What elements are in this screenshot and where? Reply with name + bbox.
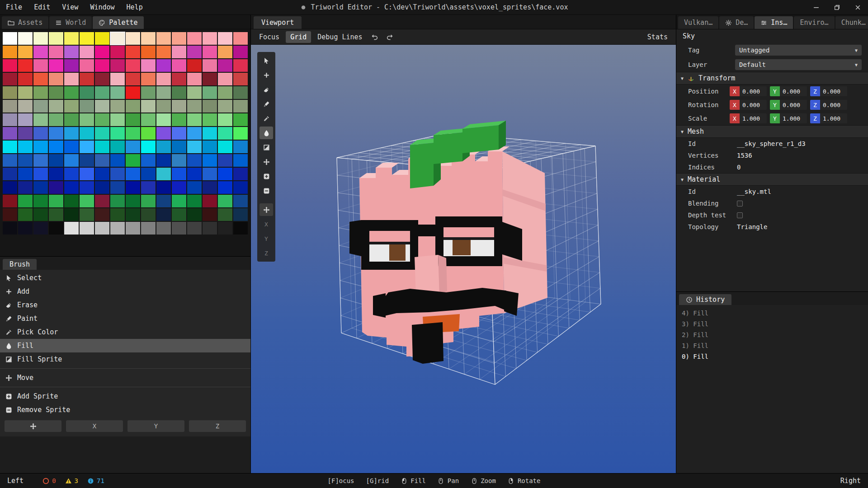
palette-swatch[interactable]	[33, 100, 48, 113]
palette-swatch[interactable]	[172, 32, 186, 45]
palette-swatch[interactable]	[126, 32, 140, 45]
palette-swatch[interactable]	[95, 154, 109, 167]
palette-swatch[interactable]	[3, 208, 17, 221]
palette-swatch[interactable]	[218, 86, 232, 99]
palette-swatch[interactable]	[233, 113, 248, 126]
palette-swatch[interactable]	[64, 222, 79, 235]
tab-enviro[interactable]: Enviro…	[794, 16, 834, 29]
palette-swatch[interactable]	[172, 154, 186, 167]
minimize-button[interactable]	[806, 0, 826, 14]
tab-vulkan[interactable]: Vulkan…	[678, 16, 718, 29]
palette-swatch[interactable]	[233, 100, 248, 113]
palette-swatch[interactable]	[33, 154, 48, 167]
palette-swatch[interactable]	[233, 59, 248, 72]
palette-swatch[interactable]	[187, 168, 202, 180]
palette-swatch[interactable]	[126, 59, 140, 72]
palette-swatch[interactable]	[3, 195, 17, 207]
palette-swatch[interactable]	[110, 222, 125, 235]
palette-swatch[interactable]	[203, 195, 217, 207]
palette-swatch[interactable]	[110, 73, 125, 85]
focus-button[interactable]: Focus	[255, 31, 284, 43]
palette-swatch[interactable]	[218, 208, 232, 221]
axis-button-move[interactable]	[5, 420, 61, 432]
palette-swatch[interactable]	[172, 195, 186, 207]
palette-swatch[interactable]	[18, 100, 33, 113]
palette-swatch[interactable]	[141, 113, 156, 126]
axis-value[interactable]: 0.000	[780, 86, 807, 96]
3d-scene[interactable]	[251, 45, 676, 473]
palette-swatch[interactable]	[172, 208, 186, 221]
palette-swatch[interactable]	[172, 86, 186, 99]
palette-swatch[interactable]	[203, 32, 217, 45]
palette-swatch[interactable]	[33, 168, 48, 180]
palette-swatch[interactable]	[80, 73, 94, 85]
palette-swatch[interactable]	[33, 222, 48, 235]
palette-swatch[interactable]	[49, 32, 63, 45]
palette-swatch[interactable]	[3, 127, 17, 140]
palette-swatch[interactable]	[80, 113, 94, 126]
axis-value[interactable]: 0.000	[780, 100, 807, 110]
palette-swatch[interactable]	[203, 59, 217, 72]
palette-swatch[interactable]	[156, 32, 171, 45]
palette-swatch[interactable]	[141, 154, 156, 167]
palette-swatch[interactable]	[95, 73, 109, 85]
layer-dropdown[interactable]: Default▼	[735, 59, 862, 70]
palette-swatch[interactable]	[49, 222, 63, 235]
tab-de[interactable]: De…	[719, 16, 754, 29]
palette-swatch[interactable]	[80, 208, 94, 221]
palette-swatch[interactable]	[187, 141, 202, 153]
palette-swatch[interactable]	[233, 168, 248, 180]
palette-swatch[interactable]	[218, 222, 232, 235]
brush-tab[interactable]: Brush	[3, 259, 37, 270]
palette-swatch[interactable]	[80, 168, 94, 180]
palette-swatch[interactable]	[64, 208, 79, 221]
palette-swatch[interactable]	[218, 59, 232, 72]
axis-value[interactable]: 0.000	[740, 100, 767, 110]
redo-button[interactable]	[383, 31, 396, 43]
palette-swatch[interactable]	[33, 32, 48, 45]
palette-swatch[interactable]	[218, 100, 232, 113]
palette-swatch[interactable]	[64, 59, 79, 72]
axis-button-y[interactable]: Y	[127, 420, 184, 432]
palette-swatch[interactable]	[110, 181, 125, 194]
menu-view[interactable]: View	[56, 0, 84, 14]
palette-swatch[interactable]	[3, 154, 17, 167]
palette-swatch[interactable]	[110, 168, 125, 180]
strip-tool-remove-sprite[interactable]	[259, 184, 273, 197]
palette-swatch[interactable]	[187, 100, 202, 113]
palette-swatch[interactable]	[233, 181, 248, 194]
palette-swatch[interactable]	[80, 32, 94, 45]
tab-ins[interactable]: Ins…	[755, 16, 793, 29]
palette-swatch[interactable]	[203, 127, 217, 140]
palette-swatch[interactable]	[126, 127, 140, 140]
palette-swatch[interactable]	[18, 195, 33, 207]
palette-swatch[interactable]	[64, 127, 79, 140]
palette-swatch[interactable]	[110, 46, 125, 58]
palette-swatch[interactable]	[141, 127, 156, 140]
tab-chunk[interactable]: Chunk…	[835, 16, 868, 29]
strip-tool-fill-sprite[interactable]	[259, 141, 273, 154]
strip-tool-erase[interactable]	[259, 83, 273, 96]
palette-swatch[interactable]	[110, 113, 125, 126]
history-entry[interactable]: 1) Fill	[676, 340, 868, 351]
palette-swatch[interactable]	[33, 141, 48, 153]
palette-swatch[interactable]	[95, 59, 109, 72]
palette-swatch[interactable]	[187, 59, 202, 72]
history-entry[interactable]: 3) Fill	[676, 319, 868, 329]
menu-edit[interactable]: Edit	[28, 0, 56, 14]
palette-swatch[interactable]	[126, 208, 140, 221]
axis-value[interactable]: 0.000	[820, 100, 847, 110]
palette-swatch[interactable]	[203, 100, 217, 113]
palette-swatch[interactable]	[95, 208, 109, 221]
palette-swatch[interactable]	[18, 181, 33, 194]
palette-swatch[interactable]	[64, 86, 79, 99]
palette-swatch[interactable]	[172, 59, 186, 72]
brush-tool-remove-sprite[interactable]: Remove Sprite	[0, 403, 250, 417]
palette-swatch[interactable]	[3, 46, 17, 58]
brush-tool-select[interactable]: Select	[0, 271, 250, 285]
palette-swatch[interactable]	[126, 181, 140, 194]
material-section-header[interactable]: ▼ Material	[676, 173, 868, 186]
palette-swatch[interactable]	[110, 100, 125, 113]
debug-lines-button[interactable]: Debug Lines	[313, 31, 367, 43]
palette-swatch[interactable]	[3, 73, 17, 85]
